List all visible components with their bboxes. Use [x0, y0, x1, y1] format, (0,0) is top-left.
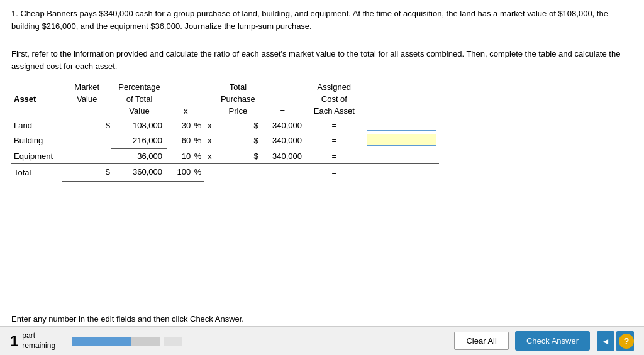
- total-dollar-sign: $: [62, 164, 111, 181]
- total-price: [261, 164, 304, 181]
- part-label-line2: remaining: [22, 341, 55, 351]
- progress-bar-fill: [72, 337, 131, 346]
- instruction-text: First, refer to the information provided…: [11, 48, 633, 72]
- building-x: x: [204, 133, 215, 148]
- col-header-dollar: [204, 81, 215, 93]
- progress-bar-container: [72, 337, 160, 346]
- market-label: Market: [74, 82, 99, 92]
- table-row-total: Total $ 360,000 100 % =: [11, 164, 439, 181]
- col-header-price: Total: [215, 81, 261, 93]
- land-price-dollar: $: [215, 117, 261, 133]
- col-assigned-cost-label: Cost of: [304, 93, 364, 105]
- building-pct: 60 %: [167, 133, 204, 148]
- asset-land: Land: [11, 117, 62, 133]
- col-assigned-sub: Each Asset: [304, 105, 364, 117]
- col-dollar-header: [204, 93, 215, 105]
- building-market-value: 216,000: [111, 133, 167, 148]
- land-assigned-input[interactable]: [367, 119, 436, 131]
- total-pct: 100 %: [167, 164, 204, 181]
- building-dollar-sign: [62, 133, 111, 148]
- total-eq: =: [304, 164, 364, 181]
- equipment-assigned-cell: [364, 148, 439, 164]
- bottom-bar: 1 part remaining Clear All Check Answer …: [0, 326, 644, 355]
- equipment-eq: =: [304, 148, 364, 164]
- clear-all-button[interactable]: Clear All: [454, 332, 508, 350]
- building-price-dollar: $: [215, 133, 261, 148]
- assigned-label: Assigned: [318, 82, 351, 92]
- col-header-market: Market: [62, 81, 111, 93]
- part-number: 1: [10, 334, 18, 349]
- equipment-x: x: [204, 148, 215, 164]
- table-row: Building 216,000 60 % x $ 340,000 =: [11, 133, 439, 148]
- land-market-value: 108,000: [111, 117, 167, 133]
- part-label-line1: part: [22, 331, 55, 341]
- equipment-assigned-input[interactable]: [367, 150, 436, 161]
- assignment-table: Market Percentage Total Assigned Asset: [11, 81, 439, 182]
- col-market-sub: [62, 105, 111, 117]
- total-x: [204, 164, 215, 181]
- equipment-price-dollar: $: [215, 148, 261, 164]
- equipment-market-value: 36,000: [111, 148, 167, 164]
- col-x-sub: x: [167, 105, 204, 117]
- col-pct-label: of Total: [111, 93, 167, 105]
- col-market-value-label: Value: [62, 93, 111, 105]
- progress-area: [65, 337, 182, 346]
- table-row: Equipment 36,000 10 % x $ 340,000 =: [11, 148, 439, 164]
- land-dollar-sign: $: [62, 117, 111, 133]
- land-assigned-cell: [364, 117, 439, 133]
- land-price: 340,000: [261, 117, 304, 133]
- help-button[interactable]: ?: [619, 334, 634, 349]
- total-market-value: 360,000: [111, 164, 167, 181]
- building-price: 340,000: [261, 133, 304, 148]
- col-x-header: [167, 93, 204, 105]
- col-header-asset: [11, 81, 62, 93]
- col-header-assigned: Assigned: [304, 81, 364, 93]
- asset-building: Building: [11, 133, 62, 148]
- problem-text: 1. Cheap Banners pays $340,000 cash for …: [11, 8, 633, 32]
- pct-line1: Percentage: [118, 82, 160, 92]
- equipment-pct: 10 %: [167, 148, 204, 164]
- total-assigned-cell: [364, 164, 439, 181]
- col-price-sub: Price: [215, 105, 261, 117]
- col-dollar-sub: [204, 105, 215, 117]
- asset-equipment: Equipment: [11, 148, 62, 164]
- equipment-dollar-sign: [62, 148, 111, 164]
- equipment-price: 340,000: [261, 148, 304, 164]
- total-assigned-input[interactable]: [367, 166, 436, 178]
- col-header-eq: [261, 81, 304, 93]
- land-x: x: [204, 117, 215, 133]
- land-pct: 30 %: [167, 117, 204, 133]
- bottom-instruction: Enter any number in the edit fields and …: [11, 314, 244, 324]
- col-price-label: Purchase: [215, 93, 261, 105]
- asset-total: Total: [11, 164, 62, 181]
- col-asset-sub: [11, 105, 62, 117]
- check-answer-button[interactable]: Check Answer: [515, 331, 590, 351]
- building-assigned-input[interactable]: [367, 134, 436, 146]
- col-asset-label: Asset: [11, 93, 62, 105]
- land-eq: =: [304, 117, 364, 133]
- col-pct-sub: Value: [111, 105, 167, 117]
- col-header-pct: Percentage: [111, 81, 167, 93]
- col-eq-header: [261, 93, 304, 105]
- total-price-dollar: [215, 164, 261, 181]
- table-row: Land $ 108,000 30 % x $ 340,000 =: [11, 117, 439, 133]
- progress-remainder: [164, 337, 182, 346]
- prev-button[interactable]: ◄: [597, 331, 614, 351]
- col-header-x: [167, 81, 204, 93]
- building-assigned-cell: [364, 133, 439, 148]
- total-label: Total: [230, 82, 247, 92]
- building-eq: =: [304, 133, 364, 148]
- col-eq-sub: =: [261, 105, 304, 117]
